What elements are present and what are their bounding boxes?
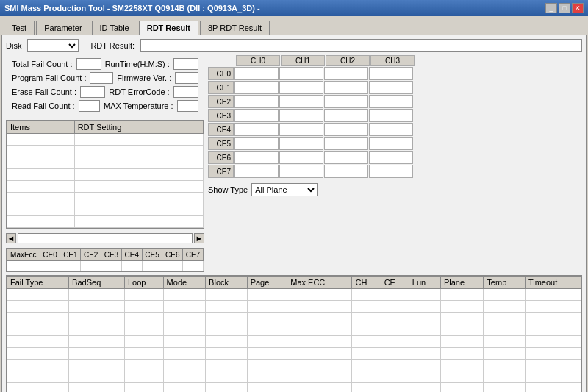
disk-select[interactable] [27,39,79,52]
ce-cell-ce6-ch1 [279,151,323,164]
stats-row-3: Erase Fail Count : RDT ErrorCode : [12,86,198,98]
items-table: Items RDT Setting [7,121,204,228]
ch3-header: CH3 [370,55,415,66]
maxecc-table: MaxEccCE0CE1CE2CE3CE4CE5CE6CE7 [7,249,204,271]
firmware-ver-input[interactable] [175,72,198,84]
ce-cell-ce7-ch0 [234,165,279,178]
content-area: Disk RDT Result: Total Fail Count : RunT… [1,35,587,392]
rdt-result-label: RDT Result: [90,41,135,50]
ce-grid-container: CH0 CH1 CH2 CH3 CE0CE1CE2CE3CE4CE5CE6CE7 [208,55,582,179]
maxecc-col-6: CE5 [142,249,162,261]
table-row [7,169,204,181]
table-row [7,371,581,383]
table-row [7,216,204,228]
ce-row-ce6: CE6 [208,151,413,164]
scroll-left-btn[interactable]: ◄ [6,233,16,243]
maxecc-col-4: CE3 [101,249,122,261]
ce-cell-ce7-ch3 [369,165,413,178]
ce-row-label-ce3: CE3 [208,109,234,122]
bottom-col-lun: Lun [409,277,440,289]
table-row [7,324,581,336]
ce-row-label-ce1: CE1 [208,81,234,94]
table-row [7,289,581,301]
ce-cell-ce4-ch0 [234,123,279,136]
disk-label: Disk [6,41,21,50]
scroll-row: ◄ ► [6,232,204,245]
bottom-col-mode: Mode [163,277,206,289]
ce-cell-ce4-ch2 [324,123,368,136]
stats-section: Total Fail Count : RunTime(H:M:S) : Prog… [6,55,204,117]
tab-parameter[interactable]: Parameter [36,21,90,35]
ce-cell-ce4-ch1 [279,123,323,136]
bottom-col-max-ecc: Max ECC [287,277,352,289]
scroll-bar[interactable] [18,233,193,243]
ce-cell-ce5-ch3 [369,137,413,150]
program-fail-input[interactable] [90,72,113,84]
table-row [7,261,204,271]
bottom-col-temp: Temp [484,277,526,289]
maxecc-col-3: CE2 [81,249,101,261]
table-row [7,193,204,204]
ce-cell-ce5-ch0 [234,137,279,150]
title-bar-text: SMI Mass Production Tool - SM2258XT Q091… [4,4,260,13]
bottom-col-ce: CE [381,277,409,289]
ce-cell-ce3-ch0 [234,109,279,122]
scroll-right-btn[interactable]: ► [194,233,204,243]
items-table-container: Items RDT Setting [6,120,204,229]
show-type-select[interactable]: All Plane Plane 0 Plane 1 [251,183,318,196]
table-row [7,336,581,348]
maxecc-col-5: CE4 [121,249,142,261]
bottom-col-block: Block [206,277,248,289]
main-container: Test Parameter ID Table RDT Result 8P RD… [0,16,588,392]
ce-cell-ce7-ch2 [324,165,368,178]
ce-row-label-ce7: CE7 [208,165,234,178]
tab-8p-rdt-result[interactable]: 8P RDT Result [200,21,270,35]
ce-row-label-ce0: CE0 [208,67,234,80]
ce-cell-ce2-ch1 [279,95,323,108]
ce-cell-ce5-ch2 [324,137,368,150]
close-button[interactable]: ✕ [572,3,584,13]
maxecc-table-container: MaxEccCE0CE1CE2CE3CE4CE5CE6CE7 [6,248,204,272]
erase-fail-input[interactable] [80,86,105,98]
show-type-label: Show Type [208,185,248,194]
bottom-col-plane: Plane [440,277,483,289]
bottom-col-timeout: Timeout [525,277,581,289]
minimize-button[interactable]: _ [545,3,557,13]
top-row: Disk RDT Result: [6,39,582,52]
runtime-input[interactable] [173,58,198,70]
max-temp-label: MAX Temperature : [104,101,173,110]
ce-cell-ce6-ch2 [324,151,368,164]
ce-row-ce7: CE7 [208,165,413,178]
ce-row-ce1: CE1 [208,81,413,94]
tab-id-table[interactable]: ID Table [92,21,137,35]
ce-row-ce0: CE0 [208,67,413,80]
bottom-table: Fail TypeBadSeqLoopModeBlockPageMax ECCC… [7,276,581,392]
bottom-col-fail-type: Fail Type [7,277,69,289]
maximize-button[interactable]: □ [559,3,570,13]
table-row [7,360,581,371]
table-row [7,383,581,393]
program-fail-label: Program Fail Count : [12,74,86,82]
tab-rdt-result[interactable]: RDT Result [139,21,198,35]
ce-row-ce3: CE3 [208,109,413,122]
total-fail-input[interactable] [76,58,101,70]
bottom-col-page: Page [247,277,287,289]
ce-row-ce2: CE2 [208,95,413,108]
ce-cell-ce0-ch2 [324,67,368,80]
ce-cell-ce4-ch3 [369,123,413,136]
firmware-ver-label: Firmware Ver. : [117,74,171,82]
table-row [7,348,581,360]
ch0-header: CH0 [236,55,280,66]
tab-test[interactable]: Test [4,21,35,35]
right-panel: CH0 CH1 CH2 CH3 CE0CE1CE2CE3CE4CE5CE6CE7… [208,55,582,272]
max-temp-input[interactable] [177,100,198,112]
ce-cell-ce3-ch1 [279,109,323,122]
rdt-errorcode-input[interactable] [173,86,198,98]
title-bar: SMI Mass Production Tool - SM2258XT Q091… [0,0,588,16]
ce-row-label-ce2: CE2 [208,95,234,108]
ce-row-label-ce6: CE6 [208,151,234,164]
rdt-result-input[interactable] [140,39,582,52]
read-fail-input[interactable] [79,100,100,112]
maxecc-col-8: CE7 [183,249,204,261]
maxecc-col-2: CE1 [60,249,81,261]
